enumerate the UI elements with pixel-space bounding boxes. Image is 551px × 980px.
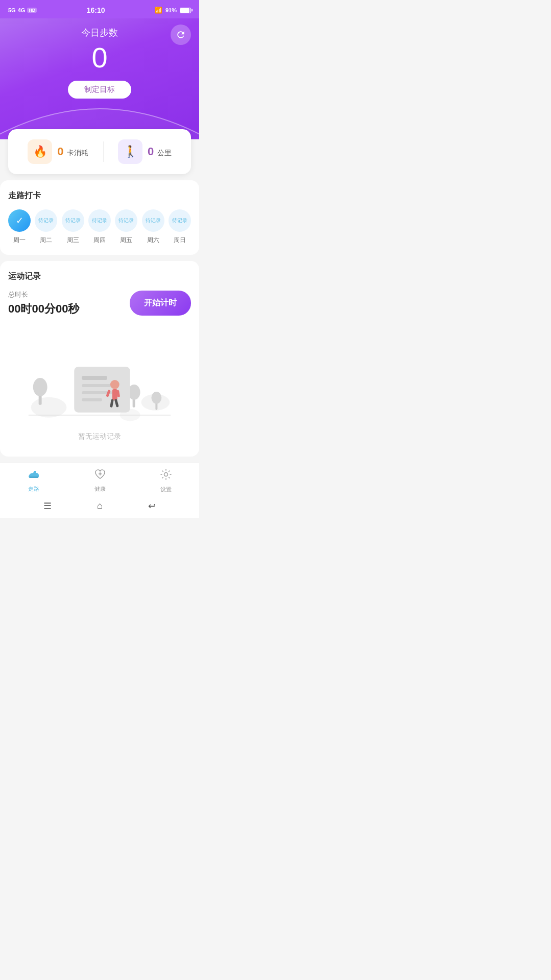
status-right: 📶 91% — [155, 7, 191, 14]
stats-card: 🔥 0 卡消耗 🚶 0 公里 — [8, 129, 191, 174]
home-button[interactable]: ⌂ — [97, 500, 103, 511]
status-time: 16:10 — [87, 6, 105, 14]
checkin-title: 走路打卡 — [8, 190, 191, 201]
svg-point-24 — [164, 472, 168, 476]
checkin-label-thu: 周四 — [93, 236, 106, 245]
battery-percent: 91% — [165, 7, 177, 13]
checkin-label-mon: 周一 — [13, 236, 26, 245]
nav-item-settings[interactable]: 设置 — [160, 468, 172, 493]
checkin-day-mon[interactable]: ✓ 周一 — [8, 209, 31, 245]
checkin-circle-thu: 待记录 — [88, 209, 111, 232]
menu-button[interactable]: ☰ — [43, 500, 52, 512]
gear-svg — [160, 468, 172, 481]
total-label: 总时长 — [8, 290, 79, 299]
checkin-day-fri[interactable]: 待记录 周五 — [115, 209, 137, 245]
shoe-svg — [27, 469, 40, 480]
bottom-nav: 走路 健康 设置 — [0, 463, 199, 496]
health-nav-icon — [94, 469, 106, 483]
svg-rect-21 — [29, 476, 38, 478]
walk-icon-container: 🚶 — [118, 139, 142, 164]
refresh-button[interactable] — [171, 25, 191, 45]
heart-svg — [94, 469, 106, 480]
checkin-section: 走路打卡 ✓ 周一 待记录 周二 待记录 周三 待记录 周四 待记录 周五 待记… — [0, 180, 199, 255]
wifi-icon: 📶 — [155, 7, 162, 14]
svg-point-14 — [110, 380, 119, 389]
stat-divider — [103, 141, 104, 162]
battery-fill — [180, 8, 189, 13]
walk-nav-icon — [27, 469, 40, 483]
checkin-label-tue: 周二 — [40, 236, 52, 245]
header-section: 今日步数 0 制定目标 — [0, 18, 199, 139]
exercise-header: 总时长 00时00分00秒 开始计时 — [8, 290, 191, 317]
checkin-day-wed[interactable]: 待记录 周三 — [62, 209, 84, 245]
checkin-label-sat: 周六 — [147, 236, 159, 245]
step-count: 0 — [10, 42, 189, 74]
nav-label-health: 健康 — [94, 485, 106, 493]
5g-indicator: 5G — [8, 7, 16, 13]
distance-unit: 公里 — [157, 149, 172, 157]
settings-nav-icon — [160, 468, 172, 484]
calories-stat: 🔥 0 卡消耗 — [28, 139, 88, 164]
svg-rect-10 — [82, 376, 107, 380]
distance-stat: 🚶 0 公里 — [118, 139, 172, 164]
4g-indicator: 4G — [18, 7, 26, 13]
checkin-day-thu[interactable]: 待记录 周四 — [88, 209, 111, 245]
empty-illustration — [8, 336, 191, 428]
fire-icon-container: 🔥 — [28, 139, 52, 164]
checkin-label-wed: 周三 — [67, 236, 79, 245]
start-timer-button[interactable]: 开始计时 — [130, 291, 191, 316]
svg-point-4 — [33, 378, 47, 396]
svg-rect-9 — [74, 367, 130, 413]
exercise-section: 运动记录 总时长 00时00分00秒 开始计时 — [0, 261, 199, 457]
checkin-label-fri: 周五 — [120, 236, 132, 245]
status-bar: 5G 4G HD 16:10 📶 91% — [0, 0, 199, 18]
checkin-circle-fri: 待记录 — [115, 209, 137, 232]
system-nav: ☰ ⌂ ↩ — [0, 496, 199, 518]
total-time-container: 总时长 00时00分00秒 — [8, 290, 79, 317]
walk-icon: 🚶 — [124, 145, 137, 158]
checkin-label-sun: 周日 — [174, 236, 186, 245]
checkin-circle-wed: 待记录 — [62, 209, 84, 232]
empty-text: 暂无运动记录 — [78, 432, 121, 441]
refresh-icon — [176, 30, 186, 40]
hd-indicator: HD — [27, 8, 37, 13]
checkin-row: ✓ 周一 待记录 周二 待记录 周三 待记录 周四 待记录 周五 待记录 周六 … — [8, 209, 191, 245]
calories-value: 0 — [57, 145, 63, 158]
nav-item-walk[interactable]: 走路 — [27, 469, 40, 493]
fire-icon: 🔥 — [33, 145, 47, 158]
checkin-day-sun[interactable]: 待记录 周日 — [169, 209, 191, 245]
step-title: 今日步数 — [10, 27, 189, 39]
svg-rect-13 — [82, 398, 102, 401]
nav-item-health[interactable]: 健康 — [94, 469, 106, 493]
status-network: 5G 4G HD — [8, 7, 37, 13]
total-time: 00时00分00秒 — [8, 301, 79, 317]
svg-point-0 — [31, 397, 67, 417]
checkin-day-tue[interactable]: 待记录 周二 — [35, 209, 57, 245]
back-button[interactable]: ↩ — [148, 500, 156, 512]
checkin-circle-mon: ✓ — [8, 209, 31, 232]
distance-value: 0 — [148, 145, 154, 158]
calories-unit: 卡消耗 — [67, 149, 88, 157]
nav-label-settings: 设置 — [160, 486, 172, 493]
svg-point-8 — [151, 391, 161, 403]
nav-label-walk: 走路 — [28, 485, 39, 493]
calories-info: 0 卡消耗 — [57, 145, 88, 158]
battery-icon — [180, 8, 191, 13]
exercise-title: 运动记录 — [8, 271, 191, 282]
checkin-circle-sun: 待记录 — [169, 209, 191, 232]
empty-state: 暂无运动记录 — [8, 321, 191, 446]
checkin-circle-sat: 待记录 — [142, 209, 164, 232]
checkin-day-sat[interactable]: 待记录 周六 — [142, 209, 164, 245]
checkin-circle-tue: 待记录 — [35, 209, 57, 232]
distance-info: 0 公里 — [148, 145, 172, 158]
